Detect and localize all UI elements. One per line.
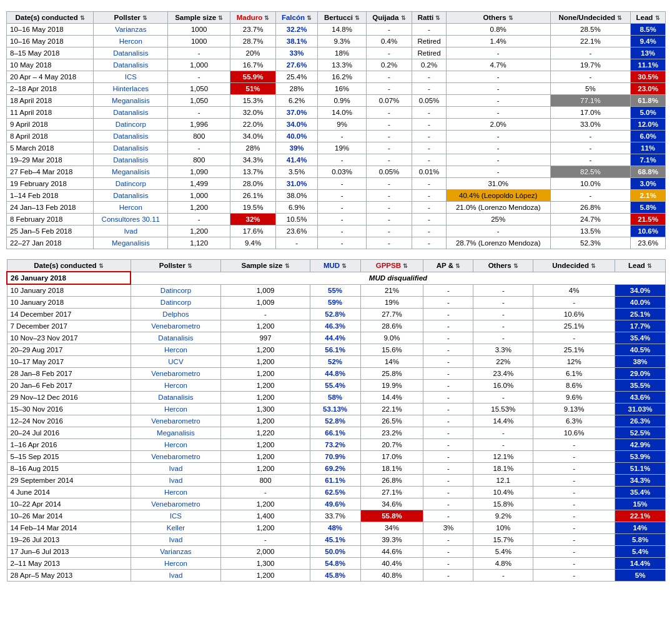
gppsb-cell: 14% <box>360 356 423 368</box>
others-cell: 40.4% (Leopoldo López) <box>446 190 550 202</box>
bertucci-cell: - <box>318 202 367 214</box>
falcon-cell: 33% <box>275 47 317 59</box>
undecided-cell: - <box>550 154 631 166</box>
undecided-cell: 33.0% <box>550 119 631 131</box>
pollster-cell2: Datincorp <box>131 297 221 309</box>
mud-cell: 52.8% <box>310 309 360 320</box>
lead-cell: 21.5% <box>631 214 666 225</box>
col-sample2: Sample size ⇅ <box>221 260 310 272</box>
gppsb-cell: 20.7% <box>360 439 423 451</box>
quijada-cell: - <box>366 83 412 95</box>
col-pollster: Pollster ⇅ <box>94 12 168 24</box>
ratti-cell: - <box>412 214 447 225</box>
mud-cell: 73.2% <box>310 439 360 451</box>
table-row: 28 Apr–5 May 2013 <box>7 570 131 582</box>
ap-cell: - <box>423 320 473 332</box>
falcon-cell: 34.0% <box>275 119 317 131</box>
ap-cell: - <box>423 463 473 475</box>
table-row: 14 Feb–14 Mar 2014 <box>7 522 131 534</box>
lead-cell2: 29.0% <box>615 368 666 380</box>
lead-cell2: 25.1% <box>615 309 666 320</box>
bertucci-cell: 13.3% <box>318 59 367 71</box>
col-quijada: Quijada ⇅ <box>366 12 412 24</box>
ap-cell: - <box>423 427 473 439</box>
pollster-cell2: Hercon <box>131 439 221 451</box>
pollster-cell2: Delphos <box>131 309 221 320</box>
mud-cell: 69.2% <box>310 463 360 475</box>
lead-cell2: 35.5% <box>615 380 666 392</box>
lead-cell2: 5.8% <box>615 534 666 546</box>
pollster-cell2: Venebarometro <box>131 498 221 510</box>
presidential-election-table1: Date(s) conducted ⇅ Pollster ⇅ Sample si… <box>6 11 666 249</box>
maduro-cell: 22.0% <box>230 119 276 131</box>
others-cell2: 10.4% <box>473 487 533 498</box>
undecided-cell: 13.5% <box>550 225 631 237</box>
gppsb-cell: 55.8% <box>360 510 423 522</box>
table-row: 19–29 Mar 2018 <box>7 154 94 166</box>
maduro-cell: 17.6% <box>230 225 276 237</box>
ap-cell: - <box>423 404 473 415</box>
lead-cell: 2.1% <box>631 190 666 202</box>
falcon-cell: 32.2% <box>275 24 317 36</box>
pollster-cell2: Datanalisis <box>131 332 221 344</box>
gppsb-cell: 21% <box>360 284 423 297</box>
sample-cell: 1,200 <box>168 225 230 237</box>
table-row: 29 September 2014 <box>7 475 131 487</box>
table-row: 2–18 Apr 2018 <box>7 83 94 95</box>
table-row: 12–24 Nov 2016 <box>7 415 131 427</box>
table-row: 10–22 Apr 2014 <box>7 498 131 510</box>
pollster-cell2: ICS <box>131 510 221 522</box>
ap-cell: - <box>423 546 473 558</box>
ratti-cell: - <box>412 154 447 166</box>
pollster-cell2: Keller <box>131 522 221 534</box>
bertucci-cell: - <box>318 225 367 237</box>
table-row: 10 Nov–23 Nov 2017 <box>7 332 131 344</box>
lead-cell2: 26.3% <box>615 415 666 427</box>
col-dates: Date(s) conducted ⇅ <box>7 12 94 24</box>
maduro-cell: 28% <box>230 142 276 154</box>
undecided-cell2: 6.3% <box>533 415 615 427</box>
falcon-cell: 6.2% <box>275 95 317 107</box>
ratti-cell: - <box>412 24 447 36</box>
gppsb-cell: 22.1% <box>360 404 423 415</box>
pollster-cell: Datanalisis <box>94 107 168 119</box>
bertucci-cell: - <box>318 237 367 249</box>
lead-cell: 30.5% <box>631 71 666 83</box>
table-row: 29 Nov–12 Dec 2016 <box>7 392 131 404</box>
ratti-cell: 0.01% <box>412 166 447 178</box>
undecided-cell2: 12% <box>533 356 615 368</box>
sample-cell2: 1,300 <box>221 404 310 415</box>
mud-cell: 44.8% <box>310 368 360 380</box>
others-cell: 28.7% (Lorenzo Mendoza) <box>446 237 550 249</box>
falcon-cell: 31.0% <box>275 178 317 190</box>
pollster-cell2: Venebarometro <box>131 320 221 332</box>
table-row: 19 February 2018 <box>7 178 94 190</box>
lead-cell: 8.5% <box>631 24 666 36</box>
undecided-cell2: - <box>533 510 615 522</box>
maduro-cell: 9.4% <box>230 237 276 249</box>
presidential-election-table2: Date(s) conducted ⇅ Pollster ⇅ Sample si… <box>6 259 666 582</box>
ratti-cell: - <box>412 225 447 237</box>
ap-cell: - <box>423 570 473 582</box>
sample-cell2: 1,200 <box>221 392 310 404</box>
gppsb-cell: 14.4% <box>360 392 423 404</box>
pollster-cell2: Hercon <box>131 380 221 392</box>
table-row: 20–24 Jul 2016 <box>7 427 131 439</box>
col-ap: AP & ⇅ <box>423 260 473 272</box>
falcon-cell: 23.6% <box>275 225 317 237</box>
undecided-cell2: - <box>533 558 615 570</box>
undecided-cell2: - <box>533 487 615 498</box>
sample-cell2: 1,200 <box>221 380 310 392</box>
lead-cell2: 5.4% <box>615 546 666 558</box>
gppsb-cell: 40.8% <box>360 570 423 582</box>
undecided-cell: 77.1% <box>550 95 631 107</box>
pollster-cell2: Hercon <box>131 558 221 570</box>
undecided-cell: 24.7% <box>550 214 631 225</box>
falcon-cell: 38.0% <box>275 190 317 202</box>
others-cell: 21.0% (Lorenzo Mendoza) <box>446 202 550 214</box>
maduro-cell: 32.0% <box>230 107 276 119</box>
gppsb-cell: 44.6% <box>360 546 423 558</box>
others-cell: - <box>446 225 550 237</box>
others-cell2: 3.3% <box>473 344 533 356</box>
sample-cell: 1,050 <box>168 83 230 95</box>
